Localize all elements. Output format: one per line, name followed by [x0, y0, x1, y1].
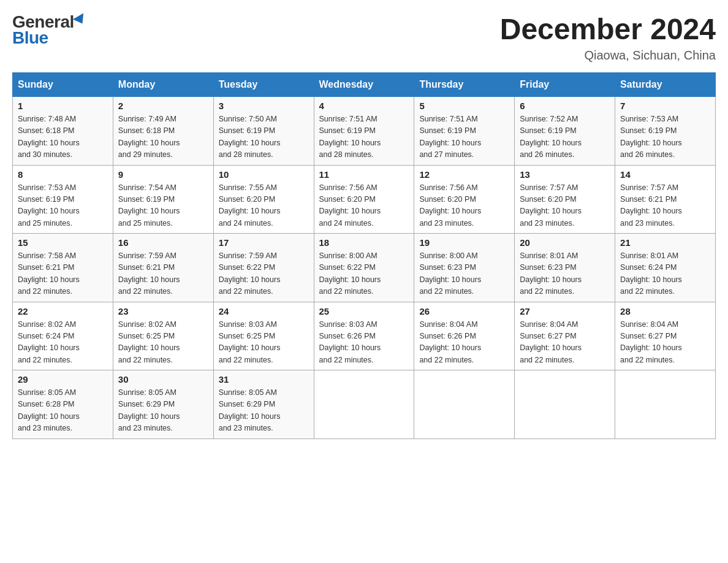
calendar-cell: 19Sunrise: 8:00 AMSunset: 6:23 PMDayligh… [414, 234, 515, 302]
day-number: 13 [520, 169, 610, 180]
logo-arrow-icon [73, 13, 88, 26]
day-number: 28 [620, 306, 710, 316]
calendar-cell: 23Sunrise: 8:02 AMSunset: 6:25 PMDayligh… [113, 302, 213, 370]
calendar-cell: 2Sunrise: 7:49 AMSunset: 6:18 PMDaylight… [113, 97, 213, 166]
day-info: Sunrise: 8:03 AMSunset: 6:26 PMDaylight:… [319, 319, 409, 367]
calendar-cell: 16Sunrise: 7:59 AMSunset: 6:21 PMDayligh… [113, 234, 213, 302]
day-info: Sunrise: 8:04 AMSunset: 6:27 PMDaylight:… [520, 319, 610, 367]
day-info: Sunrise: 8:05 AMSunset: 6:29 PMDaylight:… [219, 387, 309, 435]
calendar-cell: 3Sunrise: 7:50 AMSunset: 6:19 PMDaylight… [213, 97, 314, 166]
calendar-cell: 14Sunrise: 7:57 AMSunset: 6:21 PMDayligh… [615, 165, 716, 234]
calendar-cell: 20Sunrise: 8:01 AMSunset: 6:23 PMDayligh… [515, 234, 615, 302]
calendar-cell: 28Sunrise: 8:04 AMSunset: 6:27 PMDayligh… [615, 302, 716, 370]
day-number: 17 [219, 237, 309, 248]
day-number: 16 [118, 237, 208, 248]
calendar-cell: 9Sunrise: 7:54 AMSunset: 6:19 PMDaylight… [113, 165, 213, 234]
day-info: Sunrise: 7:57 AMSunset: 6:20 PMDaylight:… [520, 182, 610, 230]
day-info: Sunrise: 8:04 AMSunset: 6:26 PMDaylight:… [419, 319, 509, 367]
day-number: 14 [620, 169, 710, 180]
day-number: 4 [319, 101, 409, 111]
calendar-cell [515, 370, 615, 439]
calendar-cell: 5Sunrise: 7:51 AMSunset: 6:19 PMDaylight… [414, 97, 515, 166]
weekday-header-saturday: Saturday [615, 73, 716, 97]
calendar-table: SundayMondayTuesdayWednesdayThursdayFrid… [12, 72, 716, 439]
day-number: 27 [520, 306, 610, 316]
day-number: 6 [520, 101, 610, 111]
month-title: December 2024 [500, 12, 716, 46]
weekday-header-thursday: Thursday [414, 73, 515, 97]
day-info: Sunrise: 7:49 AMSunset: 6:18 PMDaylight:… [118, 113, 208, 161]
calendar-cell [615, 370, 716, 439]
day-info: Sunrise: 7:59 AMSunset: 6:21 PMDaylight:… [118, 250, 208, 298]
calendar-cell: 7Sunrise: 7:53 AMSunset: 6:19 PMDaylight… [615, 97, 716, 166]
calendar-cell: 11Sunrise: 7:56 AMSunset: 6:20 PMDayligh… [314, 165, 414, 234]
calendar-cell: 15Sunrise: 7:58 AMSunset: 6:21 PMDayligh… [13, 234, 113, 302]
day-number: 21 [620, 237, 710, 248]
day-number: 10 [219, 169, 309, 180]
day-number: 9 [118, 169, 208, 180]
day-number: 23 [118, 306, 208, 316]
week-row-1: 1Sunrise: 7:48 AMSunset: 6:18 PMDaylight… [13, 97, 716, 166]
week-row-5: 29Sunrise: 8:05 AMSunset: 6:28 PMDayligh… [13, 370, 716, 439]
day-info: Sunrise: 7:53 AMSunset: 6:19 PMDaylight:… [620, 113, 710, 161]
calendar-cell: 21Sunrise: 8:01 AMSunset: 6:24 PMDayligh… [615, 234, 716, 302]
day-info: Sunrise: 8:04 AMSunset: 6:27 PMDaylight:… [620, 319, 710, 367]
day-info: Sunrise: 7:48 AMSunset: 6:18 PMDaylight:… [18, 113, 108, 161]
day-number: 15 [18, 237, 108, 248]
day-info: Sunrise: 7:55 AMSunset: 6:20 PMDaylight:… [219, 182, 309, 230]
day-number: 3 [219, 101, 309, 111]
day-info: Sunrise: 7:56 AMSunset: 6:20 PMDaylight:… [319, 182, 409, 230]
day-number: 18 [319, 237, 409, 248]
day-number: 12 [419, 169, 509, 180]
day-info: Sunrise: 7:50 AMSunset: 6:19 PMDaylight:… [219, 113, 309, 161]
calendar-cell: 22Sunrise: 8:02 AMSunset: 6:24 PMDayligh… [13, 302, 113, 370]
day-number: 30 [118, 374, 208, 385]
day-info: Sunrise: 7:51 AMSunset: 6:19 PMDaylight:… [319, 113, 409, 161]
day-info: Sunrise: 8:05 AMSunset: 6:28 PMDaylight:… [18, 387, 108, 435]
calendar-cell: 24Sunrise: 8:03 AMSunset: 6:25 PMDayligh… [213, 302, 314, 370]
page-header: General Blue December 2024 Qiaowa, Sichu… [12, 12, 716, 63]
day-info: Sunrise: 8:01 AMSunset: 6:24 PMDaylight:… [620, 250, 710, 298]
calendar-cell: 6Sunrise: 7:52 AMSunset: 6:19 PMDaylight… [515, 97, 615, 166]
day-info: Sunrise: 8:01 AMSunset: 6:23 PMDaylight:… [520, 250, 610, 298]
day-info: Sunrise: 8:03 AMSunset: 6:25 PMDaylight:… [219, 319, 309, 367]
day-info: Sunrise: 7:54 AMSunset: 6:19 PMDaylight:… [118, 182, 208, 230]
week-row-3: 15Sunrise: 7:58 AMSunset: 6:21 PMDayligh… [13, 234, 716, 302]
day-number: 22 [18, 306, 108, 316]
weekday-header-wednesday: Wednesday [314, 73, 414, 97]
calendar-cell: 29Sunrise: 8:05 AMSunset: 6:28 PMDayligh… [13, 370, 113, 439]
calendar-cell: 30Sunrise: 8:05 AMSunset: 6:29 PMDayligh… [113, 370, 213, 439]
day-info: Sunrise: 7:53 AMSunset: 6:19 PMDaylight:… [18, 182, 108, 230]
day-number: 11 [319, 169, 409, 180]
weekday-header-monday: Monday [113, 73, 213, 97]
day-info: Sunrise: 7:58 AMSunset: 6:21 PMDaylight:… [18, 250, 108, 298]
title-area: December 2024 Qiaowa, Sichuan, China [500, 12, 716, 63]
week-row-4: 22Sunrise: 8:02 AMSunset: 6:24 PMDayligh… [13, 302, 716, 370]
calendar-cell: 17Sunrise: 7:59 AMSunset: 6:22 PMDayligh… [213, 234, 314, 302]
calendar-header: SundayMondayTuesdayWednesdayThursdayFrid… [13, 73, 716, 97]
weekday-header-tuesday: Tuesday [213, 73, 314, 97]
calendar-cell: 4Sunrise: 7:51 AMSunset: 6:19 PMDaylight… [314, 97, 414, 166]
day-number: 8 [18, 169, 108, 180]
calendar-cell: 26Sunrise: 8:04 AMSunset: 6:26 PMDayligh… [414, 302, 515, 370]
day-number: 25 [319, 306, 409, 316]
day-number: 20 [520, 237, 610, 248]
calendar-cell: 12Sunrise: 7:56 AMSunset: 6:20 PMDayligh… [414, 165, 515, 234]
day-info: Sunrise: 8:02 AMSunset: 6:25 PMDaylight:… [118, 319, 208, 367]
day-number: 19 [419, 237, 509, 248]
calendar-cell: 10Sunrise: 7:55 AMSunset: 6:20 PMDayligh… [213, 165, 314, 234]
calendar-cell: 8Sunrise: 7:53 AMSunset: 6:19 PMDaylight… [13, 165, 113, 234]
week-row-2: 8Sunrise: 7:53 AMSunset: 6:19 PMDaylight… [13, 165, 716, 234]
calendar-cell: 27Sunrise: 8:04 AMSunset: 6:27 PMDayligh… [515, 302, 615, 370]
day-info: Sunrise: 8:00 AMSunset: 6:22 PMDaylight:… [319, 250, 409, 298]
location-text: Qiaowa, Sichuan, China [500, 48, 716, 63]
day-info: Sunrise: 7:56 AMSunset: 6:20 PMDaylight:… [419, 182, 509, 230]
calendar-cell: 1Sunrise: 7:48 AMSunset: 6:18 PMDaylight… [13, 97, 113, 166]
calendar-cell: 13Sunrise: 7:57 AMSunset: 6:20 PMDayligh… [515, 165, 615, 234]
logo-blue-text: Blue [12, 28, 48, 48]
day-info: Sunrise: 8:00 AMSunset: 6:23 PMDaylight:… [419, 250, 509, 298]
day-number: 26 [419, 306, 509, 316]
calendar-cell [314, 370, 414, 439]
calendar-cell [414, 370, 515, 439]
weekday-header-sunday: Sunday [13, 73, 113, 97]
